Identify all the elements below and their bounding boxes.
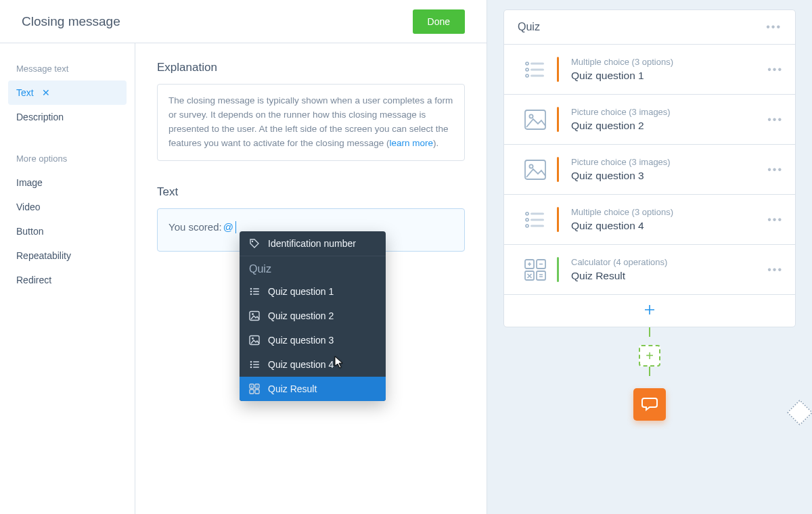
color-bar: [557, 207, 559, 232]
page-title: Closing message: [22, 14, 120, 29]
editor-header: Closing message Done: [0, 0, 487, 43]
explanation-tail: ).: [433, 138, 438, 148]
calc-icon: [249, 383, 260, 394]
text-input-value: You scored:: [168, 221, 222, 233]
sidebar-group-message-text: Message text: [8, 60, 127, 80]
sidebar-item-label: Description: [16, 112, 64, 122]
quiz-item-title: Quiz question 3: [571, 170, 765, 182]
quiz-item-title: Quiz Result: [571, 270, 765, 282]
sidebar-item-button[interactable]: Button: [8, 219, 127, 243]
dropdown-item-label: Quiz question 4: [268, 359, 376, 370]
flow-placeholder-node[interactable]: +: [639, 345, 660, 367]
sidebar-item-label: Image: [16, 177, 43, 188]
quiz-item-subtitle: Multiple choice (3 options): [571, 57, 765, 67]
learn-more-link[interactable]: learn more: [389, 138, 433, 148]
sidebar-group-more-options: More options: [8, 149, 127, 170]
dropdown-item[interactable]: Quiz question 1: [240, 279, 386, 304]
tag-icon: [249, 238, 260, 249]
quiz-item-subtitle: Calculator (4 operations): [571, 257, 765, 267]
list-icon: [249, 359, 260, 370]
feature-sidebar: Message text Text ✕ Description More opt…: [0, 43, 135, 514]
dropdown-item-label: Quiz question 3: [268, 335, 376, 346]
dropdown-item-label: Quiz question 2: [268, 310, 376, 321]
quiz-question-row[interactable]: Multiple choice (3 options)Quiz question…: [504, 45, 795, 95]
list-icon: [514, 58, 557, 81]
dropdown-item[interactable]: Quiz question 2: [240, 304, 386, 328]
quiz-item-title: Quiz question 1: [571, 70, 765, 82]
color-bar: [557, 57, 559, 82]
sidebar-item-repeatability[interactable]: Repeatability: [8, 243, 127, 268]
quiz-node-title: Quiz: [518, 21, 540, 33]
image-icon: [249, 335, 260, 346]
quiz-item-title: Quiz question 2: [571, 120, 765, 132]
explanation-heading: Explanation: [157, 61, 465, 74]
quiz-question-row[interactable]: Picture choice (3 images)Quiz question 3…: [504, 145, 795, 195]
explanation-box: The closing message is typically shown w…: [157, 84, 465, 161]
text-heading: Text: [157, 185, 465, 199]
dropdown-item-label: Identification number: [268, 238, 376, 249]
quiz-question-row[interactable]: Picture choice (3 images)Quiz question 2…: [504, 95, 795, 145]
speech-bubble-icon: [641, 396, 658, 414]
dropdown-item[interactable]: Quiz question 4: [240, 352, 386, 377]
color-bar: [557, 257, 559, 282]
done-button[interactable]: Done: [413, 9, 465, 34]
sidebar-item-video[interactable]: Video: [8, 195, 127, 219]
quiz-question-row[interactable]: Calculator (4 operations)Quiz Result•••: [504, 245, 795, 294]
dropdown-item[interactable]: Quiz question 3: [240, 328, 386, 352]
calc-icon: [514, 258, 557, 281]
quiz-item-subtitle: Picture choice (3 images): [571, 157, 765, 167]
color-bar: [557, 157, 559, 182]
mention-token: @: [223, 221, 233, 233]
quiz-node-menu-button[interactable]: •••: [766, 21, 782, 33]
image-icon: [514, 158, 557, 181]
sidebar-item-label: Repeatability: [16, 250, 71, 261]
quiz-item-title: Quiz question 4: [571, 220, 765, 232]
quiz-node[interactable]: Quiz ••• Multiple choice (3 options)Quiz…: [503, 9, 796, 327]
quiz-item-menu-button[interactable]: •••: [765, 264, 786, 276]
color-bar: [557, 107, 559, 132]
sidebar-item-description[interactable]: Description: [8, 105, 127, 129]
list-icon: [514, 208, 557, 231]
editor-main: Explanation The closing message is typic…: [135, 43, 487, 514]
quiz-item-menu-button[interactable]: •••: [765, 114, 786, 126]
quiz-item-menu-button[interactable]: •••: [765, 214, 786, 226]
sidebar-item-image[interactable]: Image: [8, 170, 127, 195]
sidebar-item-label: Button: [16, 226, 43, 237]
list-icon: [249, 286, 260, 297]
sidebar-item-label: Text: [16, 87, 34, 98]
dropdown-item-label: Quiz question 1: [268, 286, 376, 297]
mention-dropdown: Identification number Quiz Quiz question…: [240, 231, 386, 401]
dropdown-item-identification-number[interactable]: Identification number: [240, 231, 386, 256]
sidebar-item-text[interactable]: Text ✕: [8, 80, 127, 105]
sidebar-item-label: Redirect: [16, 275, 51, 285]
branch-placeholder-icon[interactable]: [786, 399, 812, 426]
flow-connector: [649, 367, 650, 376]
dropdown-group-quiz: Quiz: [240, 256, 386, 279]
plus-icon: [644, 304, 656, 318]
quiz-item-menu-button[interactable]: •••: [765, 164, 786, 176]
closing-message-node[interactable]: [633, 388, 666, 421]
text-caret: [235, 221, 236, 233]
flow-connector: [649, 327, 650, 337]
quiz-question-row[interactable]: Multiple choice (3 options)Quiz question…: [504, 195, 795, 245]
quiz-add-button[interactable]: [504, 294, 795, 327]
sidebar-item-label: Video: [16, 202, 41, 212]
dropdown-item-label: Quiz Result: [268, 383, 376, 394]
close-icon[interactable]: ✕: [42, 87, 50, 98]
quiz-item-subtitle: Multiple choice (3 options): [571, 207, 765, 217]
image-icon: [249, 310, 260, 321]
sidebar-item-redirect[interactable]: Redirect: [8, 268, 127, 292]
quiz-item-subtitle: Picture choice (3 images): [571, 107, 765, 117]
image-icon: [514, 108, 557, 131]
quiz-item-menu-button[interactable]: •••: [765, 64, 786, 76]
dropdown-item[interactable]: Quiz Result: [240, 377, 386, 401]
